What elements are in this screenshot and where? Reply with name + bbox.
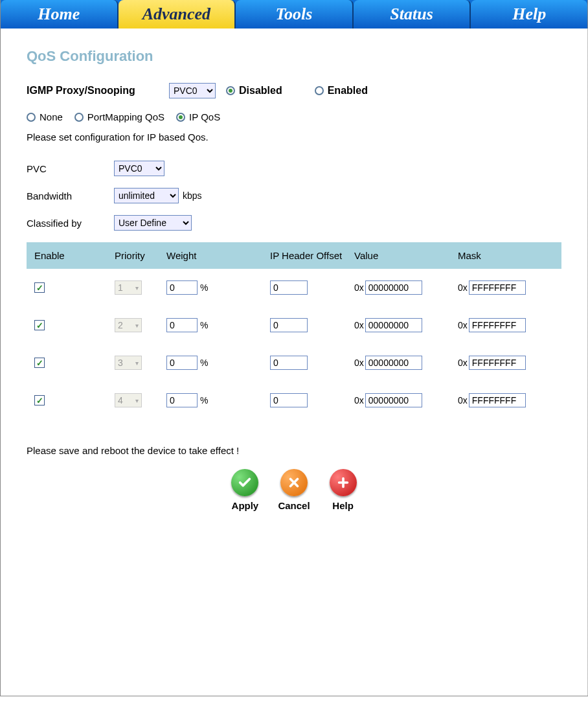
radio-selected-icon xyxy=(176,113,185,122)
weight-unit: % xyxy=(200,395,208,405)
igmp-disabled-label: Disabled xyxy=(239,85,282,97)
enable-checkbox[interactable] xyxy=(34,282,45,293)
hex-prefix: 0x xyxy=(458,395,468,405)
page-title: QoS Configuration xyxy=(27,48,561,65)
weight-input[interactable] xyxy=(166,318,198,332)
th-priority: Priority xyxy=(111,250,163,261)
classified-label: Classified by xyxy=(27,218,114,229)
radio-selected-icon xyxy=(226,86,235,95)
offset-input[interactable] xyxy=(270,356,308,370)
enable-checkbox[interactable] xyxy=(34,395,45,405)
mask-input[interactable] xyxy=(469,393,526,407)
mask-input[interactable] xyxy=(469,318,526,332)
enable-checkbox[interactable] xyxy=(34,358,45,368)
tab-home[interactable]: Home xyxy=(1,0,119,29)
value-input[interactable] xyxy=(365,356,422,370)
offset-input[interactable] xyxy=(270,318,308,332)
pvc-label: PVC xyxy=(27,163,114,174)
instruction-text: Please set configuration for IP based Qo… xyxy=(27,131,561,143)
table-row: 2▾ %0x0x xyxy=(27,306,561,344)
mode-ipqos-radio[interactable]: IP QoS xyxy=(176,111,220,122)
weight-input[interactable] xyxy=(166,280,198,295)
help-label: Help xyxy=(332,500,354,511)
th-mask: Mask xyxy=(454,250,558,261)
cancel-button[interactable]: Cancel xyxy=(278,469,310,511)
weight-unit: % xyxy=(200,358,208,368)
hex-prefix: 0x xyxy=(458,358,468,368)
hex-prefix: 0x xyxy=(354,358,364,368)
chevron-down-icon: ▾ xyxy=(135,360,139,367)
mode-ipqos-label: IP QoS xyxy=(189,111,220,122)
help-button[interactable]: Help xyxy=(330,469,357,511)
apply-button[interactable]: Apply xyxy=(231,469,258,511)
th-enable: Enable xyxy=(27,250,111,261)
nav-tabs: Home Advanced Tools Status Help xyxy=(1,0,587,29)
igmp-pvc-select[interactable]: PVC0 xyxy=(169,83,216,98)
radio-unselected-icon xyxy=(27,113,36,122)
priority-select[interactable]: 1▾ xyxy=(115,280,142,295)
hex-prefix: 0x xyxy=(458,282,468,293)
igmp-enabled-radio[interactable]: Enabled xyxy=(315,85,368,97)
hex-prefix: 0x xyxy=(354,320,364,330)
bandwidth-select[interactable]: unlimited xyxy=(114,188,179,203)
th-value: Value xyxy=(350,250,454,261)
th-weight: Weight xyxy=(163,250,266,261)
bandwidth-label: Bandwidth xyxy=(27,190,114,201)
mask-input[interactable] xyxy=(469,280,526,295)
igmp-label: IGMP Proxy/Snooping xyxy=(27,85,169,97)
enable-checkbox[interactable] xyxy=(34,320,45,330)
priority-select[interactable]: 2▾ xyxy=(115,318,142,332)
classified-select[interactable]: User Define xyxy=(114,215,192,231)
value-input[interactable] xyxy=(365,318,422,332)
table-row: 3▾ %0x0x xyxy=(27,344,561,382)
value-input[interactable] xyxy=(365,393,422,407)
pvc-select[interactable]: PVC0 xyxy=(114,161,164,176)
igmp-enabled-label: Enabled xyxy=(328,85,368,97)
mask-input[interactable] xyxy=(469,356,526,370)
chevron-down-icon: ▾ xyxy=(135,397,139,404)
tab-status[interactable]: Status xyxy=(354,0,471,29)
radio-unselected-icon xyxy=(74,113,84,122)
tab-tools[interactable]: Tools xyxy=(236,0,354,29)
weight-unit: % xyxy=(200,320,208,330)
weight-input[interactable] xyxy=(166,356,198,370)
bandwidth-unit: kbps xyxy=(183,190,202,201)
x-icon xyxy=(280,469,308,496)
offset-input[interactable] xyxy=(270,280,308,295)
igmp-disabled-radio[interactable]: Disabled xyxy=(226,85,282,97)
hex-prefix: 0x xyxy=(458,320,468,330)
th-offset: IP Header Offset xyxy=(266,250,350,261)
value-input[interactable] xyxy=(365,280,422,295)
qos-table-header: Enable Priority Weight IP Header Offset … xyxy=(27,242,561,269)
priority-select[interactable]: 4▾ xyxy=(115,393,142,407)
mode-portmapping-radio[interactable]: PortMapping QoS xyxy=(74,111,164,122)
cancel-label: Cancel xyxy=(278,500,310,511)
tab-advanced[interactable]: Advanced xyxy=(119,0,236,29)
check-icon xyxy=(231,469,258,496)
plus-icon xyxy=(330,469,357,496)
table-row: 1▾ %0x0x xyxy=(27,269,561,306)
mode-none-label: None xyxy=(40,111,63,122)
chevron-down-icon: ▾ xyxy=(135,322,139,329)
mode-none-radio[interactable]: None xyxy=(27,111,63,122)
priority-select[interactable]: 3▾ xyxy=(115,356,142,370)
offset-input[interactable] xyxy=(270,393,308,407)
mode-portmapping-label: PortMapping QoS xyxy=(87,111,164,122)
chevron-down-icon: ▾ xyxy=(135,284,139,291)
table-row: 4▾ %0x0x xyxy=(27,382,561,419)
reboot-hint: Please save and reboot the device to tak… xyxy=(27,445,561,456)
radio-unselected-icon xyxy=(315,86,324,95)
hex-prefix: 0x xyxy=(354,395,364,405)
apply-label: Apply xyxy=(232,500,259,511)
weight-unit: % xyxy=(200,282,208,293)
weight-input[interactable] xyxy=(166,393,198,407)
tab-help[interactable]: Help xyxy=(471,0,587,29)
hex-prefix: 0x xyxy=(354,282,364,293)
